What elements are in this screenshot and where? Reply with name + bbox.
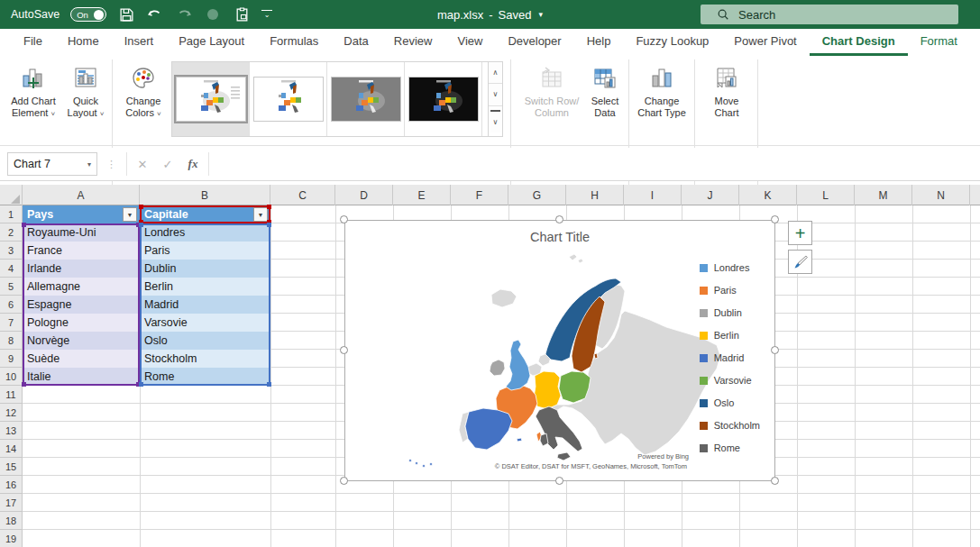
cell-a5[interactable]: Allemagne: [23, 278, 140, 296]
column-header-g[interactable]: G: [508, 185, 566, 205]
cell-b5[interactable]: Berlin: [140, 278, 270, 296]
change-colors-button[interactable]: ChangeColors ˅: [117, 59, 169, 139]
switch-row-column-button[interactable]: Switch Row/Column: [519, 59, 584, 139]
search-input[interactable]: Search: [701, 5, 958, 24]
row-header-10[interactable]: 10: [0, 368, 22, 386]
chart-handle-bottom-mid[interactable]: [555, 477, 563, 485]
cell-a8[interactable]: Norvège: [23, 332, 140, 350]
row-header-2[interactable]: 2: [0, 223, 22, 242]
column-header-l[interactable]: L: [797, 185, 855, 205]
cell-b7[interactable]: Varsovie: [140, 314, 270, 332]
tab-file[interactable]: File: [11, 29, 55, 56]
chart-handle-top-left[interactable]: [340, 215, 348, 223]
map-chart[interactable]: Chart Title: [344, 220, 775, 481]
gallery-scroll-down-icon[interactable]: ∨: [489, 84, 502, 105]
change-chart-type-button[interactable]: ChangeChart Type: [633, 59, 691, 139]
chart-handle-top-mid[interactable]: [555, 215, 563, 223]
tab-fuzzy-lookup[interactable]: Fuzzy Lookup: [623, 29, 721, 56]
row-header-6[interactable]: 6: [0, 296, 22, 314]
chart-style-3[interactable]: [327, 62, 405, 136]
row-header-1[interactable]: 1: [0, 205, 22, 223]
name-box[interactable]: Chart 7 ▾: [7, 152, 97, 176]
column-header-c[interactable]: C: [270, 185, 335, 205]
chart-style-4[interactable]: [405, 62, 482, 136]
column-header-b[interactable]: B: [140, 185, 270, 205]
tab-chart-design[interactable]: Chart Design: [810, 29, 908, 56]
column-header-f[interactable]: F: [451, 185, 508, 205]
cell-b4[interactable]: Dublin: [140, 260, 270, 278]
cell-a3[interactable]: France: [23, 242, 140, 260]
row-header-13[interactable]: 13: [0, 422, 22, 440]
chart-handle-top-right[interactable]: [771, 215, 779, 223]
column-header-n[interactable]: N: [912, 185, 970, 205]
row-header-14[interactable]: 14: [0, 440, 22, 458]
filter-button-capitale[interactable]: ▼: [253, 207, 268, 222]
cell-b8[interactable]: Oslo: [140, 332, 270, 350]
autosave-toggle[interactable]: On: [70, 7, 106, 22]
chart-handle-mid-right[interactable]: [771, 346, 779, 354]
enter-button[interactable]: ✓: [156, 153, 179, 175]
chart-style-2[interactable]: [250, 62, 327, 136]
row-header-7[interactable]: 7: [0, 314, 22, 332]
insert-function-button[interactable]: fx: [181, 153, 205, 175]
column-header-j[interactable]: J: [682, 185, 739, 205]
cell-b2[interactable]: Londres: [140, 223, 270, 242]
cell-a1[interactable]: Pays ▼: [23, 205, 140, 223]
row-header-8[interactable]: 8: [0, 332, 22, 350]
tab-view[interactable]: View: [444, 29, 495, 56]
tab-page-layout[interactable]: Page Layout: [166, 29, 257, 56]
clipboard-icon[interactable]: [233, 5, 251, 23]
tab-format[interactable]: Format: [908, 29, 970, 56]
column-header-e[interactable]: E: [393, 185, 451, 205]
save-icon[interactable]: [117, 5, 135, 23]
formula-bar-grip[interactable]: ⋮: [106, 159, 117, 170]
cell-a4[interactable]: Irlande: [23, 260, 140, 278]
row-header-3[interactable]: 3: [0, 242, 22, 260]
cell-a9[interactable]: Suède: [23, 350, 140, 368]
tab-help[interactable]: Help: [574, 29, 624, 56]
column-header-m[interactable]: M: [855, 185, 912, 205]
tab-data[interactable]: Data: [331, 29, 380, 56]
cell-a7[interactable]: Pologne: [23, 314, 140, 332]
chart-legend[interactable]: Londres Paris Dublin Berlin Madrid Varso…: [700, 262, 760, 453]
tab-home[interactable]: Home: [55, 29, 112, 56]
redo-icon[interactable]: [175, 5, 193, 23]
cell-b3[interactable]: Paris: [140, 242, 270, 260]
formula-input[interactable]: [209, 152, 978, 176]
column-header-a[interactable]: A: [23, 185, 140, 205]
row-header-4[interactable]: 4: [0, 260, 22, 278]
column-header-k[interactable]: K: [739, 185, 797, 205]
cell-a10[interactable]: Italie: [23, 368, 140, 386]
row-header-9[interactable]: 9: [0, 350, 22, 368]
chart-elements-button[interactable]: +: [788, 221, 812, 245]
column-header-i[interactable]: I: [624, 185, 682, 205]
cell-a6[interactable]: Espagne: [23, 296, 140, 314]
chart-handle-mid-left[interactable]: [340, 346, 348, 354]
move-chart-button[interactable]: MoveChart: [701, 59, 752, 139]
row-header-17[interactable]: 17: [0, 494, 22, 512]
cell-b6[interactable]: Madrid: [140, 296, 270, 314]
column-header-d[interactable]: D: [335, 185, 393, 205]
row-header-5[interactable]: 5: [0, 278, 22, 296]
cell-a2[interactable]: Royaume-Uni: [23, 223, 140, 242]
cancel-button[interactable]: ✕: [131, 153, 154, 175]
row-header-12[interactable]: 12: [0, 404, 22, 422]
add-chart-element-button[interactable]: Add ChartElement ˅: [7, 59, 60, 139]
chart-handle-bottom-right[interactable]: [771, 477, 779, 485]
row-header-15[interactable]: 15: [0, 458, 22, 476]
row-header-18[interactable]: 18: [0, 512, 22, 530]
undo-icon[interactable]: [146, 5, 164, 23]
chart-styles-button[interactable]: [788, 250, 812, 274]
customize-quick-access-icon[interactable]: ⌄: [261, 10, 272, 19]
filter-button-pays[interactable]: ▼: [123, 207, 137, 222]
row-header-16[interactable]: 16: [0, 476, 22, 494]
cell-b10[interactable]: Rome: [140, 368, 270, 386]
column-header-h[interactable]: H: [566, 185, 624, 205]
select-all-corner[interactable]: [0, 185, 23, 205]
quick-layout-button[interactable]: QuickLayout ˅: [60, 59, 112, 139]
gallery-more-icon[interactable]: ∨: [490, 110, 500, 132]
gallery-scroll-up-icon[interactable]: ∧: [489, 62, 502, 84]
row-header-11[interactable]: 11: [0, 386, 22, 404]
chart-style-1[interactable]: [172, 62, 250, 136]
row-header-19[interactable]: 19: [0, 530, 22, 547]
